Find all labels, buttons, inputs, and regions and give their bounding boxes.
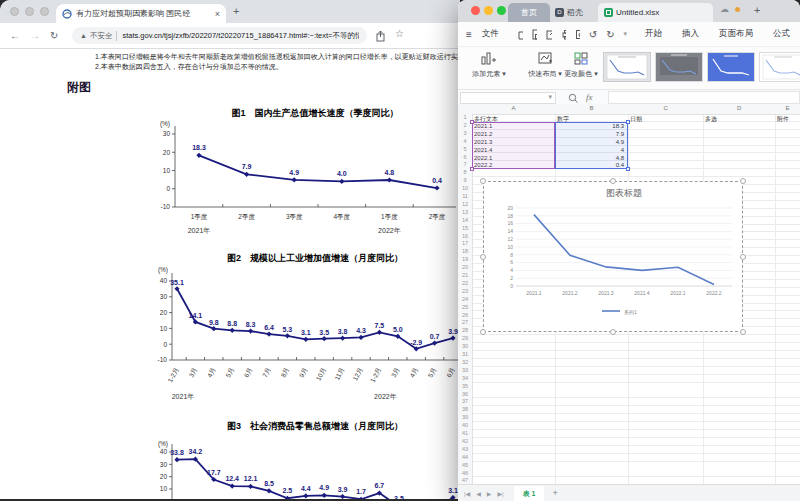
row-header-21[interactable]: 21 [458, 272, 472, 278]
row-header-20[interactable]: 20 [458, 264, 472, 270]
row-header-5[interactable]: 5 [458, 146, 472, 152]
wps-document-tab[interactable]: Untitled.xlsx [598, 3, 713, 22]
row-header-31[interactable]: 31 [458, 351, 472, 357]
prev-sheet-icon[interactable]: ◀ [476, 490, 481, 497]
window-close-button[interactable] [471, 6, 480, 15]
chart-style-3-thumbnail[interactable] [707, 52, 755, 82]
window-zoom-button[interactable] [40, 7, 49, 16]
selection-range-b[interactable] [555, 122, 628, 169]
next-sheet-icon[interactable]: ▶ [487, 490, 492, 497]
save-icon[interactable] [532, 29, 537, 40]
print-preview-icon[interactable] [575, 29, 580, 40]
add-element-button[interactable]: 添加元素 ▾ [464, 51, 514, 79]
row-header-36[interactable]: 36 [458, 391, 472, 397]
row-header-19[interactable]: 19 [458, 256, 472, 262]
fill-handle[interactable] [470, 167, 474, 171]
forward-button[interactable]: → [30, 30, 40, 41]
undo-icon[interactable]: ↺ [589, 29, 597, 40]
window-close-button[interactable] [10, 7, 19, 16]
row-header-9[interactable]: 9 [458, 177, 472, 183]
wps-docer-tab[interactable]: D 稻壳 [555, 3, 583, 22]
window-minimize-button[interactable] [484, 6, 493, 15]
row-header-15[interactable]: 15 [458, 225, 472, 231]
toolbar-more-chevron-icon[interactable]: ▾ [624, 30, 628, 38]
row-header-44[interactable]: 44 [458, 454, 472, 460]
row-header-6[interactable]: 6 [458, 154, 472, 160]
change-colors-button[interactable]: 更改颜色 ▾ [556, 51, 606, 79]
address-bar[interactable]: ▲ 不安全 stats.gov.cn/tjsj/zxfb/202207/t202… [72, 27, 367, 44]
menu-home[interactable]: 开始 [645, 28, 662, 40]
new-tab-button[interactable]: + [233, 5, 239, 17]
hamburger-menu-icon[interactable]: ≡ [466, 29, 472, 40]
row-header-25[interactable]: 25 [458, 304, 472, 310]
row-header-4[interactable]: 4 [458, 138, 472, 144]
print-icon[interactable] [561, 29, 566, 40]
row-header-45[interactable]: 45 [458, 462, 472, 468]
embedded-chart-object[interactable]: 图表标题024681012141618202021.12021.22021.32… [483, 181, 743, 332]
name-box[interactable]: ▾ [460, 92, 556, 104]
row-header-16[interactable]: 16 [458, 233, 472, 239]
fill-handle[interactable] [626, 167, 630, 171]
tab-close-icon[interactable]: × [215, 9, 220, 19]
chart-resize-handle[interactable] [740, 329, 746, 335]
row-header-39[interactable]: 39 [458, 414, 472, 420]
row-header-28[interactable]: 28 [458, 327, 472, 333]
row-header-14[interactable]: 14 [458, 217, 472, 223]
wps-new-tab-button[interactable]: + [754, 4, 760, 16]
column-headers[interactable]: ABCDE [458, 104, 800, 115]
selection-range-a[interactable] [472, 122, 555, 169]
back-button[interactable]: ← [10, 30, 20, 41]
chart-style-4-thumbnail[interactable] [759, 52, 800, 82]
row-header-38[interactable]: 38 [458, 406, 472, 412]
chart-resize-handle[interactable] [480, 178, 486, 184]
sheet-tab-1[interactable]: 表 1 [514, 486, 545, 501]
row-header-46[interactable]: 46 [458, 470, 472, 476]
window-minimize-button[interactable] [25, 7, 34, 16]
row-header-12[interactable]: 12 [458, 201, 472, 207]
cloud-sync-icon[interactable]: ☁ [720, 4, 729, 14]
column-header-A[interactable]: A [512, 105, 516, 111]
header-cell-附件[interactable]: 附件 [777, 115, 797, 124]
row-header-47[interactable]: 47 [458, 477, 472, 483]
row-header-24[interactable]: 24 [458, 296, 472, 302]
wps-home-tab[interactable]: 首页 [508, 3, 550, 22]
column-header-D[interactable]: D [737, 105, 741, 111]
add-sheet-button[interactable]: + [552, 488, 557, 498]
column-header-B[interactable]: B [590, 105, 594, 111]
first-sheet-icon[interactable]: |◀ [464, 490, 470, 497]
share-icon[interactable] [375, 30, 386, 42]
row-header-17[interactable]: 17 [458, 240, 472, 246]
menu-formulas[interactable]: 公式 [773, 28, 790, 40]
menu-file[interactable]: 文件 [482, 28, 499, 40]
row-header-40[interactable]: 40 [458, 422, 472, 428]
row-header-11[interactable]: 11 [458, 193, 472, 199]
row-header-23[interactable]: 23 [458, 288, 472, 294]
chart-resize-handle[interactable] [480, 329, 486, 335]
header-cell-日期[interactable]: 日期 [630, 115, 700, 124]
header-cell-多选[interactable]: 多选 [705, 115, 772, 124]
bookmark-star-icon[interactable]: ☆ [395, 28, 404, 39]
row-header-35[interactable]: 35 [458, 383, 472, 389]
row-header-37[interactable]: 37 [458, 398, 472, 404]
row-header-29[interactable]: 29 [458, 335, 472, 341]
export-icon[interactable] [546, 29, 551, 40]
last-sheet-icon[interactable]: ▶| [497, 490, 503, 497]
chart-resize-handle[interactable] [740, 178, 746, 184]
redo-icon[interactable]: ↻ [606, 29, 614, 40]
menu-insert[interactable]: 插入 [682, 28, 699, 40]
row-header-43[interactable]: 43 [458, 446, 472, 452]
menu-page-layout[interactable]: 页面布局 [719, 28, 753, 40]
row-header-3[interactable]: 3 [458, 130, 472, 136]
row-header-22[interactable]: 22 [458, 280, 472, 286]
row-header-10[interactable]: 10 [458, 185, 472, 191]
reload-button[interactable]: ↻ [50, 30, 58, 41]
row-header-30[interactable]: 30 [458, 343, 472, 349]
fill-handle[interactable] [470, 120, 474, 124]
fill-handle[interactable] [626, 120, 630, 124]
row-header-32[interactable]: 32 [458, 359, 472, 365]
chart-style-2-thumbnail[interactable] [655, 52, 703, 82]
window-zoom-button[interactable] [497, 6, 506, 15]
formula-input[interactable] [608, 91, 800, 104]
name-box-dropdown-icon[interactable]: ▾ [548, 93, 552, 101]
row-header-13[interactable]: 13 [458, 209, 472, 215]
